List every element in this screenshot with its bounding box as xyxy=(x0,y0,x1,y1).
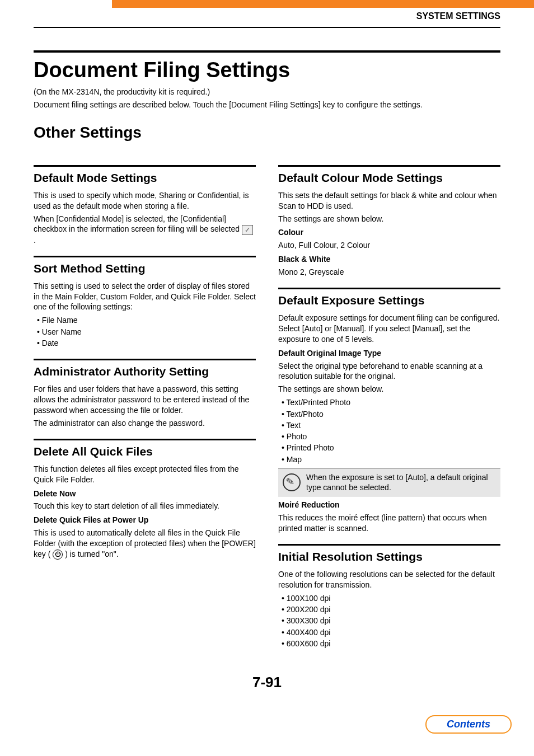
list-image-types: Text/Printed Photo Text/Photo Text Photo… xyxy=(282,397,500,465)
list-item: Photo xyxy=(282,431,500,442)
intro-desc: Document filing settings are described b… xyxy=(34,100,500,110)
text: The administrator can also change the pa… xyxy=(34,418,256,429)
top-rule xyxy=(34,27,500,28)
intro-note: (On the MX-2314N, the productivity kit i… xyxy=(34,87,500,97)
text: Auto, Full Colour, 2 Colour xyxy=(278,240,500,251)
text: This is used to automatically delete all… xyxy=(34,528,256,560)
text: This sets the default settings for black… xyxy=(278,190,500,212)
text: For files and user folders that have a p… xyxy=(34,384,256,416)
text-span: When [Confidential Mode] is selected, th… xyxy=(34,214,242,234)
list-item: Map xyxy=(282,454,500,465)
list-item: 100X100 dpi xyxy=(282,593,500,604)
text: When [Confidential Mode] is selected, th… xyxy=(34,214,256,246)
list-item: Text/Photo xyxy=(282,408,500,420)
text: This setting is used to select the order… xyxy=(34,281,256,313)
heading-sort-method: Sort Method Setting xyxy=(34,262,256,275)
page-number: 7-91 xyxy=(0,674,534,691)
section-rule xyxy=(34,256,256,257)
left-column: Default Mode Settings This is used to sp… xyxy=(34,155,256,652)
subhead-delete-powerup: Delete Quick Files at Power Up xyxy=(34,515,256,525)
section-rule xyxy=(278,288,500,289)
list-item: 200X200 dpi xyxy=(282,604,500,615)
list-item: Date xyxy=(37,337,256,349)
text-span: . xyxy=(34,236,36,245)
list-item: User Name xyxy=(37,326,256,337)
label-bw: Black & White xyxy=(278,254,500,265)
list-item: Text xyxy=(282,420,500,431)
list-item: 400X400 dpi xyxy=(282,627,500,638)
note-icon xyxy=(283,473,301,491)
chapter-title: SYSTEM SETTINGS xyxy=(0,8,534,25)
heading-default-colour: Default Colour Mode Settings xyxy=(278,171,500,185)
list-item: 300X300 dpi xyxy=(282,615,500,626)
checkbox-icon: ✓ xyxy=(242,225,253,235)
section-rule xyxy=(34,165,256,167)
section-rule xyxy=(278,165,500,167)
heading-admin-authority: Administrator Authority Setting xyxy=(34,365,256,378)
text: This reduces the moiré effect (line patt… xyxy=(278,513,500,534)
text: Touch this key to start deletion of all … xyxy=(34,501,256,511)
list-item: 600X600 dpi xyxy=(282,638,500,649)
note-text: When the exposure is set to [Auto], a de… xyxy=(306,472,496,492)
text: This function deletes all files except p… xyxy=(34,464,256,485)
list-item: Printed Photo xyxy=(282,442,500,453)
list-item: File Name xyxy=(37,314,256,326)
section-rule xyxy=(34,359,256,360)
subhead-moire: Moiré Reduction xyxy=(278,500,500,510)
text: Default exposure settings for document f… xyxy=(278,313,500,345)
right-column: Default Colour Mode Settings This sets t… xyxy=(278,155,500,652)
heading-delete-all-quick: Delete All Quick Files xyxy=(34,445,256,458)
section-rule xyxy=(278,544,500,546)
text: The settings are shown below. xyxy=(278,214,500,224)
list-item: Text/Printed Photo xyxy=(282,397,500,408)
subhead-default-image-type: Default Original Image Type xyxy=(278,348,500,359)
text: Mono 2, Greyscale xyxy=(278,267,500,278)
note-box: When the exposure is set to [Auto], a de… xyxy=(278,468,500,496)
section-other-settings: Other Settings xyxy=(34,124,500,142)
section-rule xyxy=(34,439,256,440)
subhead-delete-now: Delete Now xyxy=(34,489,256,499)
contents-button[interactable]: Contents xyxy=(425,715,512,734)
text-span: ) is turned "on". xyxy=(65,550,119,558)
list-sort-method: File Name User Name Date xyxy=(37,314,256,349)
heading-initial-resolution: Initial Resolution Settings xyxy=(278,550,500,564)
text: Select the original type beforehand to e… xyxy=(278,361,500,382)
text: This is used to specify which mode, Shar… xyxy=(34,190,256,212)
list-resolutions: 100X100 dpi 200X200 dpi 300X300 dpi 400X… xyxy=(282,593,500,649)
heading-default-mode: Default Mode Settings xyxy=(34,171,256,185)
page-title: Document Filing Settings xyxy=(34,50,500,82)
label-colour: Colour xyxy=(278,227,500,238)
text: One of the following resolutions can be … xyxy=(278,569,500,590)
top-accent-bar xyxy=(112,0,534,8)
power-icon: ⏻ xyxy=(53,550,63,560)
text: The settings are shown below. xyxy=(278,384,500,395)
heading-default-exposure: Default Exposure Settings xyxy=(278,294,500,307)
